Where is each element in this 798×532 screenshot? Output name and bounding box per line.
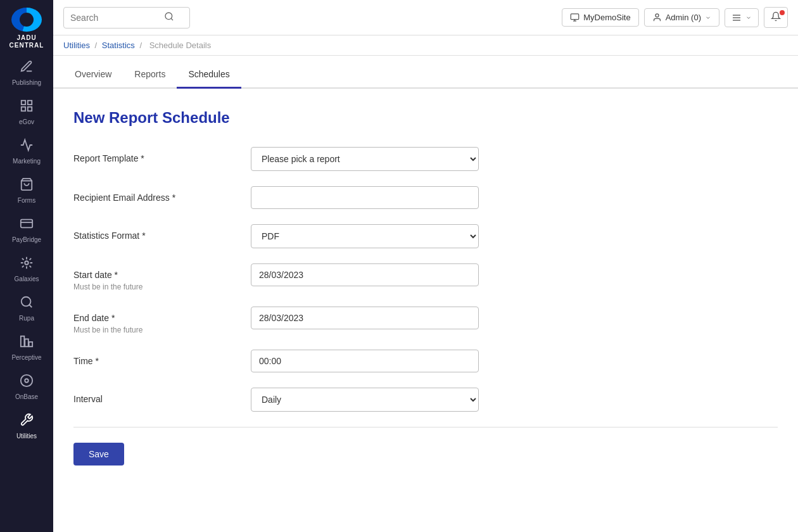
form-row-time: Time * (73, 350, 778, 372)
end-date-label: End date * Must be in the future (73, 307, 238, 334)
interval-field: DailyWeeklyMonthly (251, 388, 479, 412)
form-row-start-date: Start date * Must be in the future (73, 263, 778, 291)
sidebar-item-forms-label: Forms (18, 197, 35, 204)
breadcrumb-current: Schedule Details (149, 41, 212, 50)
required-marker6: * (95, 356, 98, 366)
admin-label: Admin (0) (666, 13, 701, 22)
svg-rect-11 (25, 339, 28, 346)
interval-label: Interval (73, 388, 238, 404)
search-box[interactable] (63, 7, 190, 28)
statistics-format-select[interactable]: PDFCSVExcel (251, 224, 479, 248)
sidebar-item-galaxies[interactable]: Galaxies (0, 250, 53, 289)
sidebar-item-rupa[interactable]: Rupa (0, 289, 53, 328)
interval-select[interactable]: DailyWeeklyMonthly (251, 388, 479, 412)
svg-rect-3 (28, 107, 32, 111)
sidebar-item-utilities[interactable]: Utilities (0, 407, 53, 446)
sidebar-item-perceptive[interactable]: Perceptive (0, 328, 53, 367)
page-title: New Report Schedule (73, 109, 778, 127)
sidebar-item-utilities-label: Utilities (16, 433, 37, 440)
sidebar-item-paybridge[interactable]: PayBridge (0, 210, 53, 250)
required-marker3: * (142, 231, 145, 241)
recipient-email-field (251, 186, 479, 209)
admin-button[interactable]: Admin (0) (644, 8, 719, 27)
sidebar-item-egov[interactable]: eGov (0, 92, 53, 132)
svg-point-7 (25, 261, 28, 265)
mysite-label: MyDemoSite (583, 13, 630, 22)
logo-text: JADUCENTRAL (10, 34, 44, 49)
svg-rect-10 (21, 336, 25, 347)
svg-line-9 (29, 305, 32, 307)
svg-point-15 (165, 13, 172, 20)
time-field (251, 350, 479, 372)
required-marker5: * (111, 313, 115, 323)
end-date-input[interactable] (251, 307, 479, 329)
end-date-hint: Must be in the future (73, 326, 238, 334)
sidebar-item-forms[interactable]: Forms (0, 171, 53, 210)
tab-reports[interactable]: Reports (123, 60, 177, 89)
time-input[interactable] (251, 350, 479, 372)
paybridge-icon (20, 217, 34, 234)
svg-rect-0 (22, 101, 25, 104)
svg-point-14 (25, 379, 28, 383)
sidebar-item-egov-label: eGov (19, 118, 34, 125)
sidebar-item-perceptive-label: Perceptive (11, 354, 41, 361)
required-marker2: * (172, 193, 175, 203)
start-date-label: Start date * Must be in the future (73, 263, 238, 291)
svg-point-8 (22, 297, 31, 307)
sidebar-item-rupa-label: Rupa (19, 315, 34, 322)
sidebar-item-onbase[interactable]: OnBase (0, 367, 53, 407)
svg-rect-2 (22, 107, 25, 111)
egov-icon (20, 99, 34, 116)
form-row-report-template: Report Template * Please pick a report (73, 147, 778, 171)
tab-schedules[interactable]: Schedules (177, 60, 241, 89)
forms-icon (20, 177, 34, 194)
breadcrumb: Utilities / Statistics / Schedule Detail… (53, 35, 798, 56)
sidebar-item-onbase-label: OnBase (15, 393, 38, 400)
start-date-hint: Must be in the future (73, 282, 238, 291)
save-button[interactable]: Save (73, 443, 124, 466)
sidebar: JADUCENTRAL Publishing eGov Marketing Fo… (0, 0, 53, 532)
mysite-button[interactable]: MyDemoSite (562, 8, 638, 27)
recipient-email-input[interactable] (251, 186, 479, 209)
publishing-icon (20, 60, 34, 77)
end-date-field (251, 307, 479, 329)
search-input[interactable] (70, 13, 159, 23)
tab-overview[interactable]: Overview (63, 60, 123, 89)
svg-rect-12 (29, 342, 32, 346)
sidebar-item-publishing[interactable]: Publishing (0, 53, 53, 92)
utilities-icon (20, 413, 34, 430)
sidebar-item-marketing[interactable]: Marketing (0, 132, 53, 171)
form-row-statistics-format: Statistics Format * PDFCSVExcel (73, 224, 778, 248)
sidebar-item-paybridge-label: PayBridge (12, 236, 41, 243)
breadcrumb-statistics[interactable]: Statistics (102, 41, 135, 50)
svg-point-13 (21, 375, 32, 386)
start-date-input[interactable] (251, 263, 479, 286)
marketing-icon (20, 138, 34, 155)
header-right: MyDemoSite Admin (0) (562, 7, 788, 28)
perceptive-icon (20, 334, 34, 352)
sidebar-item-publishing-label: Publishing (12, 79, 41, 86)
sidebar-item-marketing-label: Marketing (13, 158, 41, 165)
svg-rect-5 (21, 220, 32, 228)
statistics-format-label: Statistics Format * (73, 224, 238, 241)
svg-rect-1 (28, 101, 32, 104)
required-marker: * (141, 153, 144, 163)
breadcrumb-sep1: / (95, 41, 99, 50)
notification-button[interactable] (764, 7, 788, 28)
required-marker4: * (115, 270, 118, 280)
logo-inner (20, 13, 34, 27)
form-row-interval: Interval DailyWeeklyMonthly (73, 388, 778, 412)
svg-line-16 (171, 18, 173, 20)
search-icon (164, 11, 174, 24)
report-template-select[interactable]: Please pick a report (251, 147, 479, 171)
content-area: New Report Schedule Report Template * Pl… (53, 89, 798, 532)
notification-dot (780, 10, 785, 15)
svg-rect-17 (571, 14, 579, 20)
start-date-field (251, 263, 479, 286)
form-divider (73, 427, 778, 428)
menu-button[interactable] (725, 8, 759, 27)
breadcrumb-utilities[interactable]: Utilities (63, 41, 90, 50)
header: MyDemoSite Admin (0) (53, 0, 798, 35)
galaxies-icon (20, 256, 34, 273)
onbase-icon (20, 374, 34, 391)
